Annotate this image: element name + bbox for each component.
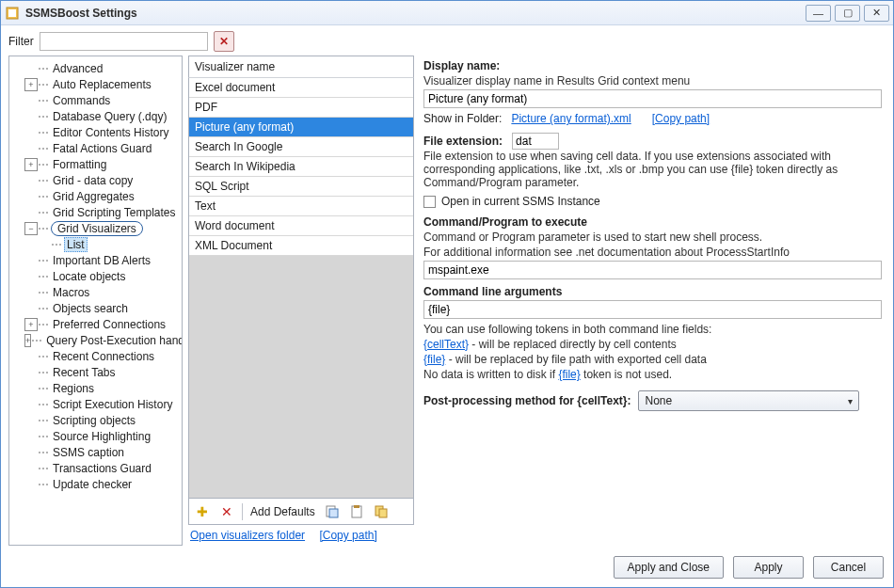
args-input[interactable] — [423, 300, 882, 319]
tree-item[interactable]: ⋯Database Query (.dqy) — [11, 108, 180, 124]
list-item[interactable]: Picture (any format) — [189, 118, 413, 137]
tree-item-label: Fatal Actions Guard — [51, 142, 153, 155]
show-in-folder-link[interactable]: Picture (any format).xml — [511, 112, 631, 125]
tree-spacer — [24, 382, 38, 395]
app-icon — [5, 6, 20, 21]
copy-path-detail-link[interactable]: [Copy path] — [652, 112, 710, 125]
post-processing-combo[interactable]: None ▾ — [638, 390, 859, 411]
tree-item[interactable]: ⋯Recent Connections — [11, 348, 180, 364]
tree-item[interactable]: ⋯Objects search — [11, 300, 180, 316]
tree-item[interactable]: ⋯Regions — [11, 380, 180, 396]
tree-item-label: Editor Contents History — [51, 126, 170, 139]
tree-item[interactable]: +⋯Query Post-Execution handlers — [11, 332, 180, 348]
tree-item-label: Locate objects — [51, 270, 127, 283]
expand-icon[interactable]: + — [24, 158, 38, 171]
tree-item[interactable]: −⋯Grid Visualizers — [11, 220, 180, 236]
tree-item-label: Advanced — [51, 62, 104, 75]
list-item[interactable]: Word document — [189, 216, 413, 236]
tree-item[interactable]: ⋯Update checker — [11, 476, 180, 492]
filter-bar: Filter ✕ — [1, 25, 893, 56]
list-item[interactable]: XML Document — [189, 236, 413, 256]
list-item[interactable]: Excel document — [189, 78, 413, 98]
copy-icon[interactable] — [323, 502, 342, 521]
tree-item[interactable]: ⋯Scripting objects — [11, 412, 180, 428]
open-in-ssms-label: Open in current SSMS Instance — [441, 195, 600, 208]
tree-item[interactable]: ⋯Source Highlighting — [11, 428, 180, 444]
tree-item-label: Auto Replacements — [51, 78, 153, 91]
dialog-footer: Apply and Close Apply Cancel — [1, 553, 893, 587]
visualizer-list[interactable]: Excel documentPDFPicture (any format)Sea… — [188, 78, 414, 499]
open-visualizers-folder-link[interactable]: Open visualizers folder — [190, 529, 305, 542]
tree-item[interactable]: +⋯Preferred Connections — [11, 316, 180, 332]
tree-item[interactable]: ⋯Commands — [11, 92, 180, 108]
tree-item[interactable]: ⋯Grid Aggregates — [11, 188, 180, 204]
list-item[interactable]: Text — [189, 197, 413, 216]
tree-spacer — [24, 286, 38, 299]
display-name-input[interactable] — [423, 89, 882, 108]
expand-icon[interactable]: + — [24, 78, 38, 91]
minimize-button[interactable]: — — [806, 5, 831, 22]
tree-item[interactable]: ⋯Grid Scripting Templates — [11, 204, 180, 220]
tree-item[interactable]: ⋯Important DB Alerts — [11, 252, 180, 268]
apply-button[interactable]: Apply — [733, 556, 804, 579]
remove-icon[interactable]: ✕ — [217, 502, 236, 521]
tree-item[interactable]: ⋯List — [11, 236, 180, 252]
tree-item[interactable]: ⋯Locate objects — [11, 268, 180, 284]
tree-item[interactable]: ⋯Script Execution History — [11, 396, 180, 412]
tree-item[interactable]: ⋯Grid - data copy — [11, 172, 180, 188]
tree-item[interactable]: ⋯Advanced — [11, 60, 180, 76]
apply-and-close-button[interactable]: Apply and Close — [614, 556, 724, 579]
list-item[interactable]: PDF — [189, 98, 413, 118]
display-name-desc: Visualizer display name in Results Grid … — [423, 74, 882, 87]
tree-item-label: Objects search — [51, 302, 130, 315]
token-file-line: {file} - will be replaced by file path w… — [423, 353, 882, 366]
settings-window: SSMSBoost Settings — ▢ ✕ Filter ✕ ⋯Advan… — [0, 0, 894, 588]
tree-item[interactable]: ⋯Recent Tabs — [11, 364, 180, 380]
tree-item[interactable]: ⋯SSMS caption — [11, 444, 180, 460]
tree-item[interactable]: ⋯Macros — [11, 284, 180, 300]
add-icon[interactable]: ✚ — [193, 502, 212, 521]
list-item[interactable]: Search In Google — [189, 137, 413, 157]
tree-spacer — [24, 430, 38, 443]
cancel-button[interactable]: Cancel — [813, 556, 884, 579]
file-extension-desc: File extension to use when saving cell d… — [423, 150, 882, 189]
copy-path-link[interactable]: [Copy path] — [319, 529, 376, 542]
no-data-line: No data is written to disk if {file} tok… — [423, 368, 882, 381]
duplicate-icon[interactable] — [372, 502, 391, 521]
tree-item[interactable]: +⋯Auto Replacements — [11, 76, 180, 92]
settings-tree[interactable]: ⋯Advanced+⋯Auto Replacements⋯Commands⋯Da… — [8, 56, 183, 546]
tree-item-label: Macros — [51, 286, 91, 299]
tree-item-label: Grid Visualizers — [51, 221, 143, 236]
tree-spacer — [24, 94, 38, 107]
open-in-ssms-checkbox[interactable] — [423, 196, 436, 208]
filter-input[interactable] — [40, 32, 208, 51]
add-defaults-button[interactable]: Add Defaults — [248, 505, 317, 518]
tree-item-label: Query Post-Execution handlers — [44, 334, 183, 347]
tree-spacer — [24, 126, 38, 139]
file-token-link-2[interactable]: {file} — [558, 368, 580, 381]
celltext-token-link[interactable]: {cellText} — [423, 338, 469, 351]
file-extension-input[interactable] — [512, 133, 559, 150]
command-input[interactable] — [423, 261, 882, 279]
collapse-icon[interactable]: − — [24, 222, 38, 235]
display-name-heading: Display name: — [423, 59, 882, 72]
expand-icon[interactable]: + — [24, 318, 38, 331]
tree-item[interactable]: ⋯Transactions Guard — [11, 460, 180, 476]
expand-icon[interactable]: + — [24, 334, 31, 347]
tree-item[interactable]: ⋯Fatal Actions Guard — [11, 140, 180, 156]
tree-spacer — [24, 174, 38, 187]
maximize-button[interactable]: ▢ — [835, 5, 860, 22]
tree-item[interactable]: +⋯Formatting — [11, 156, 180, 172]
close-button[interactable]: ✕ — [864, 5, 889, 22]
list-column-header[interactable]: Visualizer name — [188, 56, 414, 78]
tree-item-label: Formatting — [51, 158, 108, 171]
filter-clear-button[interactable]: ✕ — [214, 31, 234, 52]
file-token-link[interactable]: {file} — [423, 353, 445, 366]
tokens-intro: You can use following tokens in both com… — [423, 323, 882, 336]
list-item[interactable]: SQL Script — [189, 177, 413, 197]
tree-item[interactable]: ⋯Editor Contents History — [11, 124, 180, 140]
tree-spacer — [24, 462, 38, 475]
paste-icon[interactable] — [347, 502, 366, 521]
tree-spacer — [24, 446, 38, 459]
list-item[interactable]: Search In Wikipedia — [189, 157, 413, 177]
